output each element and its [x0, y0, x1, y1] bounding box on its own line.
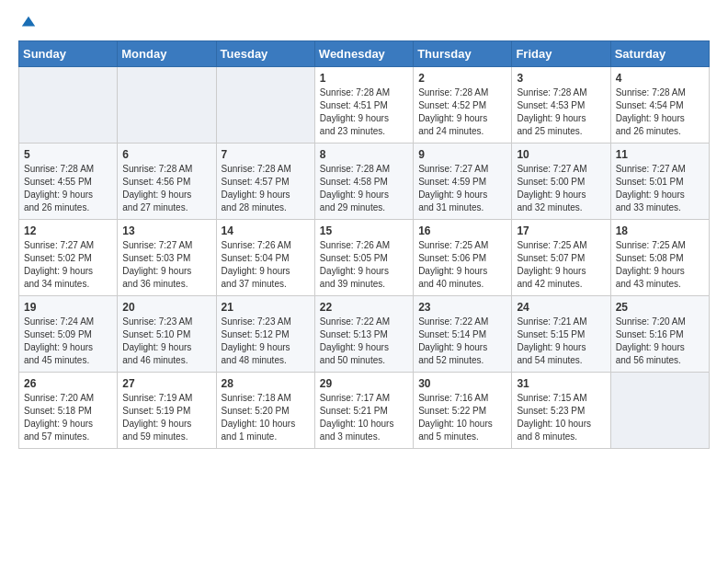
day-number: 2 — [418, 72, 506, 85]
day-info: Sunrise: 7:28 AM Sunset: 4:58 PM Dayligh… — [320, 163, 408, 214]
day-number: 3 — [517, 72, 605, 85]
calendar-cell: 19Sunrise: 7:24 AM Sunset: 5:09 PM Dayli… — [19, 296, 118, 373]
calendar-cell: 18Sunrise: 7:25 AM Sunset: 5:08 PM Dayli… — [610, 220, 709, 296]
calendar-cell: 26Sunrise: 7:20 AM Sunset: 5:18 PM Dayli… — [19, 373, 118, 449]
calendar-cell: 14Sunrise: 7:26 AM Sunset: 5:04 PM Dayli… — [216, 220, 314, 296]
day-number: 11 — [616, 148, 704, 161]
weekday-header-thursday: Thursday — [414, 41, 512, 67]
day-info: Sunrise: 7:22 AM Sunset: 5:14 PM Dayligh… — [418, 316, 506, 367]
day-info: Sunrise: 7:16 AM Sunset: 5:22 PM Dayligh… — [418, 392, 506, 443]
day-number: 15 — [320, 224, 408, 237]
day-number: 28 — [222, 377, 310, 390]
day-info: Sunrise: 7:26 AM Sunset: 5:05 PM Dayligh… — [320, 239, 408, 291]
day-info: Sunrise: 7:28 AM Sunset: 4:55 PM Dayligh… — [24, 163, 112, 214]
calendar-cell: 31Sunrise: 7:15 AM Sunset: 5:23 PM Dayli… — [512, 373, 610, 449]
weekday-header-monday: Monday — [118, 41, 216, 67]
day-info: Sunrise: 7:28 AM Sunset: 4:56 PM Dayligh… — [122, 163, 210, 214]
day-number: 25 — [616, 301, 704, 314]
day-number: 21 — [222, 301, 310, 314]
calendar-cell: 3Sunrise: 7:28 AM Sunset: 4:53 PM Daylig… — [512, 67, 610, 144]
calendar-cell: 17Sunrise: 7:25 AM Sunset: 5:07 PM Dayli… — [512, 220, 610, 296]
calendar-cell — [19, 67, 118, 144]
calendar-week-row: 26Sunrise: 7:20 AM Sunset: 5:18 PM Dayli… — [19, 373, 710, 449]
day-info: Sunrise: 7:26 AM Sunset: 5:04 PM Dayligh… — [222, 239, 310, 291]
day-number: 17 — [517, 224, 605, 237]
day-info: Sunrise: 7:18 AM Sunset: 5:20 PM Dayligh… — [222, 392, 310, 443]
day-info: Sunrise: 7:21 AM Sunset: 5:15 PM Dayligh… — [517, 316, 605, 367]
day-info: Sunrise: 7:28 AM Sunset: 4:54 PM Dayligh… — [616, 86, 704, 138]
day-number: 24 — [517, 301, 605, 314]
day-info: Sunrise: 7:20 AM Sunset: 5:18 PM Dayligh… — [24, 392, 112, 443]
calendar-cell: 23Sunrise: 7:22 AM Sunset: 5:14 PM Dayli… — [414, 296, 512, 373]
calendar-cell: 24Sunrise: 7:21 AM Sunset: 5:15 PM Dayli… — [512, 296, 610, 373]
day-info: Sunrise: 7:15 AM Sunset: 5:23 PM Dayligh… — [517, 392, 605, 443]
calendar-cell: 20Sunrise: 7:23 AM Sunset: 5:10 PM Dayli… — [118, 296, 216, 373]
day-number: 10 — [517, 148, 605, 161]
calendar-cell: 22Sunrise: 7:22 AM Sunset: 5:13 PM Dayli… — [314, 296, 413, 373]
weekday-header-friday: Friday — [512, 41, 610, 67]
page: SundayMondayTuesdayWednesdayThursdayFrid… — [0, 0, 728, 467]
calendar-week-row: 5Sunrise: 7:28 AM Sunset: 4:55 PM Daylig… — [19, 144, 710, 220]
day-number: 13 — [122, 224, 210, 237]
calendar-cell: 15Sunrise: 7:26 AM Sunset: 5:05 PM Dayli… — [314, 220, 413, 296]
day-number: 26 — [24, 377, 112, 390]
calendar-cell: 2Sunrise: 7:28 AM Sunset: 4:52 PM Daylig… — [414, 67, 512, 144]
calendar-week-row: 19Sunrise: 7:24 AM Sunset: 5:09 PM Dayli… — [19, 296, 710, 373]
calendar-week-row: 1Sunrise: 7:28 AM Sunset: 4:51 PM Daylig… — [19, 67, 710, 144]
day-number: 23 — [418, 301, 506, 314]
logo-icon — [20, 15, 37, 31]
weekday-header-sunday: Sunday — [19, 41, 118, 67]
calendar-header-row: SundayMondayTuesdayWednesdayThursdayFrid… — [19, 41, 710, 67]
day-info: Sunrise: 7:22 AM Sunset: 5:13 PM Dayligh… — [320, 316, 408, 367]
calendar-cell: 5Sunrise: 7:28 AM Sunset: 4:55 PM Daylig… — [19, 144, 118, 220]
day-info: Sunrise: 7:27 AM Sunset: 5:02 PM Dayligh… — [24, 239, 112, 291]
calendar-cell: 16Sunrise: 7:25 AM Sunset: 5:06 PM Dayli… — [414, 220, 512, 296]
day-info: Sunrise: 7:25 AM Sunset: 5:07 PM Dayligh… — [517, 239, 605, 291]
svg-marker-0 — [22, 17, 35, 27]
calendar-cell: 28Sunrise: 7:18 AM Sunset: 5:20 PM Dayli… — [216, 373, 314, 449]
calendar-cell: 1Sunrise: 7:28 AM Sunset: 4:51 PM Daylig… — [314, 67, 413, 144]
calendar-cell: 12Sunrise: 7:27 AM Sunset: 5:02 PM Dayli… — [19, 220, 118, 296]
logo-text — [18, 15, 37, 31]
logo — [18, 15, 37, 31]
calendar-cell: 7Sunrise: 7:28 AM Sunset: 4:57 PM Daylig… — [216, 144, 314, 220]
calendar-cell — [118, 67, 216, 144]
day-info: Sunrise: 7:27 AM Sunset: 4:59 PM Dayligh… — [418, 163, 506, 214]
day-info: Sunrise: 7:20 AM Sunset: 5:16 PM Dayligh… — [616, 316, 704, 367]
day-info: Sunrise: 7:17 AM Sunset: 5:21 PM Dayligh… — [320, 392, 408, 443]
day-number: 31 — [517, 377, 605, 390]
day-info: Sunrise: 7:24 AM Sunset: 5:09 PM Dayligh… — [24, 316, 112, 367]
day-number: 7 — [222, 148, 310, 161]
day-info: Sunrise: 7:25 AM Sunset: 5:08 PM Dayligh… — [616, 239, 704, 291]
day-info: Sunrise: 7:27 AM Sunset: 5:03 PM Dayligh… — [122, 239, 210, 291]
day-number: 1 — [320, 72, 408, 85]
weekday-header-wednesday: Wednesday — [314, 41, 413, 67]
calendar-cell: 13Sunrise: 7:27 AM Sunset: 5:03 PM Dayli… — [118, 220, 216, 296]
day-number: 29 — [320, 377, 408, 390]
day-number: 6 — [122, 148, 210, 161]
day-info: Sunrise: 7:27 AM Sunset: 5:01 PM Dayligh… — [616, 163, 704, 214]
weekday-header-saturday: Saturday — [610, 41, 709, 67]
day-number: 5 — [24, 148, 112, 161]
header — [18, 15, 710, 31]
calendar-cell: 10Sunrise: 7:27 AM Sunset: 5:00 PM Dayli… — [512, 144, 610, 220]
calendar-cell: 29Sunrise: 7:17 AM Sunset: 5:21 PM Dayli… — [314, 373, 413, 449]
day-number: 12 — [24, 224, 112, 237]
day-number: 30 — [418, 377, 506, 390]
calendar-cell: 4Sunrise: 7:28 AM Sunset: 4:54 PM Daylig… — [610, 67, 709, 144]
day-info: Sunrise: 7:25 AM Sunset: 5:06 PM Dayligh… — [418, 239, 506, 291]
day-number: 27 — [122, 377, 210, 390]
day-info: Sunrise: 7:23 AM Sunset: 5:10 PM Dayligh… — [122, 316, 210, 367]
day-info: Sunrise: 7:28 AM Sunset: 4:52 PM Dayligh… — [418, 86, 506, 138]
calendar-cell: 8Sunrise: 7:28 AM Sunset: 4:58 PM Daylig… — [314, 144, 413, 220]
day-number: 20 — [122, 301, 210, 314]
day-number: 14 — [222, 224, 310, 237]
calendar-cell: 6Sunrise: 7:28 AM Sunset: 4:56 PM Daylig… — [118, 144, 216, 220]
day-info: Sunrise: 7:19 AM Sunset: 5:19 PM Dayligh… — [122, 392, 210, 443]
calendar-cell: 27Sunrise: 7:19 AM Sunset: 5:19 PM Dayli… — [118, 373, 216, 449]
calendar-cell: 9Sunrise: 7:27 AM Sunset: 4:59 PM Daylig… — [414, 144, 512, 220]
day-info: Sunrise: 7:28 AM Sunset: 4:53 PM Dayligh… — [517, 86, 605, 138]
day-info: Sunrise: 7:28 AM Sunset: 4:57 PM Dayligh… — [222, 163, 310, 214]
calendar-cell: 21Sunrise: 7:23 AM Sunset: 5:12 PM Dayli… — [216, 296, 314, 373]
day-number: 16 — [418, 224, 506, 237]
